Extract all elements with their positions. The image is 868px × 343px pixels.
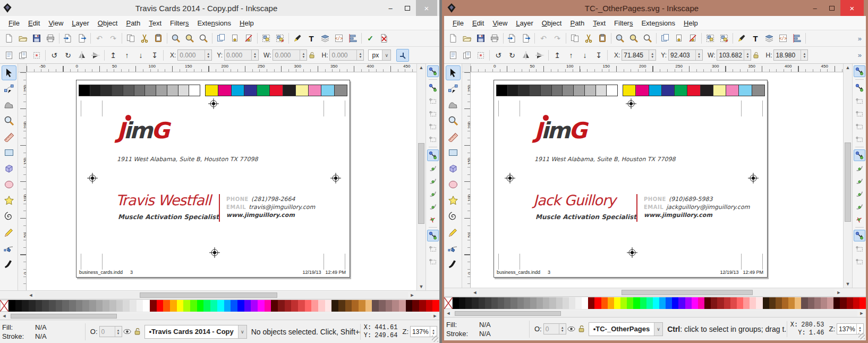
create-clone-icon[interactable]: [228, 31, 242, 45]
snap-path-intersections-icon[interactable]: [854, 175, 865, 187]
color-swatch[interactable]: [426, 300, 433, 312]
width-field[interactable]: 0.000▲▼: [273, 49, 307, 61]
snap-midpoints-icon[interactable]: [854, 213, 865, 225]
scroll-right-icon[interactable]: ►: [431, 312, 439, 320]
business-card-page[interactable]: JimG 1911 West Alabama, Suite B, Houston…: [493, 80, 768, 278]
fill-stroke-dialog-icon[interactable]: [291, 31, 304, 45]
color-swatch[interactable]: [756, 297, 762, 309]
zoom-page-icon[interactable]: [641, 31, 654, 45]
color-swatch[interactable]: [724, 297, 730, 309]
color-swatch[interactable]: [672, 297, 678, 309]
snap-cusp-nodes-icon[interactable]: [427, 188, 439, 199]
color-swatch[interactable]: [510, 297, 517, 309]
snap-cusp-nodes-icon[interactable]: [854, 188, 865, 199]
flip-horizontal-icon[interactable]: [519, 48, 533, 62]
menu-item-extensions[interactable]: Extensions: [193, 18, 235, 29]
color-swatch[interactable]: [704, 297, 711, 309]
menu-item-file[interactable]: File: [448, 18, 468, 29]
selector-tool[interactable]: [2, 65, 16, 80]
copy-icon[interactable]: [124, 31, 138, 45]
tweak-tool[interactable]: [2, 97, 16, 112]
color-swatch[interactable]: [96, 300, 103, 312]
export-document-icon[interactable]: [519, 31, 533, 45]
opacity-field[interactable]: 0▲▼: [543, 323, 566, 334]
color-swatch[interactable]: [795, 297, 801, 309]
snap-nodes-icon[interactable]: [427, 149, 439, 161]
node-editor-tool[interactable]: [2, 81, 16, 96]
zoom-tool[interactable]: [446, 113, 461, 128]
select-all-layers-icon[interactable]: [16, 48, 30, 62]
deselect-icon[interactable]: [474, 48, 488, 62]
color-swatch[interactable]: [653, 297, 659, 309]
minimize-button[interactable]: –: [382, 0, 399, 16]
duplicate-icon[interactable]: [214, 31, 228, 45]
color-swatch[interactable]: [251, 300, 258, 312]
color-swatch[interactable]: [737, 297, 743, 309]
color-swatch[interactable]: [614, 297, 620, 309]
color-swatch[interactable]: [750, 297, 756, 309]
color-swatch[interactable]: [730, 297, 737, 309]
color-swatch[interactable]: [62, 300, 69, 312]
snap-enabled-icon[interactable]: [427, 65, 439, 77]
color-swatch[interactable]: [692, 297, 698, 309]
color-swatch[interactable]: [103, 300, 109, 312]
layer-selector[interactable]: •Travis Cards 2014 - Copy∨: [144, 325, 247, 339]
business-card-page[interactable]: JimG 1911 West Alabama, Suite B, Houston…: [76, 80, 350, 278]
color-swatch[interactable]: [601, 297, 608, 309]
snap-others-icon[interactable]: [854, 230, 865, 241]
new-document-icon[interactable]: [446, 31, 460, 45]
spinner-arrows-icon[interactable]: ▲▼: [801, 50, 807, 60]
maximize-button[interactable]: [823, 0, 840, 16]
snap-rotation-centers-icon[interactable]: [427, 255, 439, 267]
color-swatch[interactable]: [325, 300, 332, 312]
color-swatch[interactable]: [711, 297, 717, 309]
vertical-scrollbar[interactable]: ▲ ▼: [843, 64, 852, 288]
ellipse-tool[interactable]: [2, 177, 16, 192]
measure-tool[interactable]: [446, 129, 461, 144]
units-dropdown[interactable]: px∨: [368, 49, 391, 61]
color-swatch[interactable]: [620, 297, 627, 309]
scroll-up-icon[interactable]: ▲: [417, 64, 426, 71]
transform-affect-toggle[interactable]: [396, 49, 409, 62]
horizontal-scrollbar[interactable]: ◄ ►: [0, 290, 439, 299]
x-field[interactable]: 71.845▲▼: [622, 49, 656, 61]
zoom-page-icon[interactable]: [197, 31, 210, 45]
scroll-down-icon[interactable]: ▼: [844, 280, 852, 288]
color-swatch[interactable]: [588, 297, 594, 309]
snap-bbox-edge-midpoints-icon[interactable]: [427, 120, 439, 132]
color-swatch[interactable]: [265, 300, 271, 312]
color-swatch[interactable]: [504, 297, 510, 309]
color-swatch[interactable]: [291, 300, 298, 312]
rotate-ccw-icon[interactable]: ↺: [491, 48, 505, 62]
spinner-arrows-icon[interactable]: ▲▼: [205, 50, 211, 60]
color-swatch[interactable]: [372, 300, 379, 312]
redo-icon[interactable]: ↷: [106, 31, 120, 45]
color-swatch[interactable]: [365, 300, 372, 312]
save-document-icon[interactable]: [30, 31, 44, 45]
scroll-right-icon[interactable]: ►: [857, 309, 866, 317]
zoom-selection-icon[interactable]: [169, 31, 183, 45]
flip-vertical-icon[interactable]: [533, 48, 547, 62]
color-swatch[interactable]: [318, 300, 325, 312]
color-swatch[interactable]: [331, 300, 338, 312]
color-swatch[interactable]: [56, 300, 63, 312]
layer-selector[interactable]: •TC-_OtherPages∨: [589, 322, 663, 336]
dropdown-chevron-icon[interactable]: ∨: [238, 325, 246, 338]
color-swatch[interactable]: [231, 300, 237, 312]
lower-icon[interactable]: ↓: [134, 48, 148, 62]
color-swatch[interactable]: [827, 297, 833, 309]
color-swatch[interactable]: [49, 300, 56, 312]
snap-bbox-corners-icon[interactable]: [854, 107, 865, 119]
color-swatch[interactable]: [666, 297, 672, 309]
spinner-arrows-icon[interactable]: ▲▼: [300, 50, 307, 60]
scroll-left-icon[interactable]: ◄: [444, 309, 453, 317]
spinner-arrows-icon[interactable]: ▲▼: [649, 50, 656, 60]
zoom-field[interactable]: 137%▲▼: [410, 326, 437, 337]
rotate-cw-icon[interactable]: ↻: [505, 48, 519, 62]
duplicate-icon[interactable]: [658, 31, 672, 45]
color-swatch[interactable]: [8, 300, 15, 312]
color-swatch[interactable]: [137, 300, 143, 312]
color-swatch[interactable]: [237, 300, 244, 312]
color-swatch[interactable]: [271, 300, 278, 312]
color-swatch[interactable]: [22, 300, 29, 312]
